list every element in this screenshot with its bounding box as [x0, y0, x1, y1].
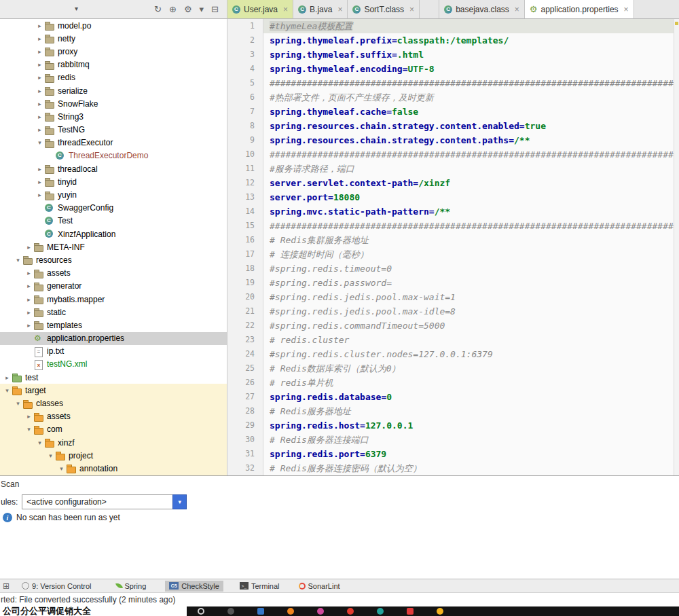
tree-item[interactable]: ▸META-INF	[0, 240, 227, 253]
expand-arrow-icon[interactable]: ▸	[3, 374, 12, 381]
code-line[interactable]: 11#服务请求路径，端口	[227, 162, 679, 176]
expand-arrow-icon[interactable]: ▸	[35, 88, 44, 94]
tree-item[interactable]: ▸String3	[0, 110, 227, 123]
editor[interactable]: 1#thymeLea模板配置2spring.thymeleaf.prefix=c…	[227, 19, 679, 475]
tree-item[interactable]: ▸mybatis.mapper	[0, 293, 227, 306]
tree-item[interactable]: ▸SnowFlake	[0, 97, 227, 110]
statusbar-spring-button[interactable]: Spring	[112, 581, 151, 592]
code-line[interactable]: 7spring.thymeleaf.cache=false	[227, 105, 679, 119]
tree-item[interactable]: ▸threadlocal	[0, 162, 227, 175]
tree-item[interactable]: ▾threadExecutor	[0, 137, 227, 149]
tree-item[interactable]: ▸rabbitmq	[0, 58, 227, 71]
tree-item[interactable]: ip.txt	[0, 345, 227, 358]
tree-item[interactable]: ▸templates	[0, 319, 227, 331]
tree-item[interactable]: ▾annotation	[0, 462, 227, 475]
tree-item[interactable]: ▸assets	[0, 410, 227, 423]
tree-item[interactable]: ▸assets	[0, 267, 227, 280]
tree-item[interactable]: Test	[0, 215, 227, 228]
expand-arrow-icon[interactable]: ▾	[46, 452, 55, 459]
tree-item[interactable]: ▸netty	[0, 32, 227, 45]
statusbar-checkstyle-button[interactable]: CSCheckStyle	[165, 581, 223, 592]
taskbar-app-icon-2[interactable]	[257, 608, 264, 615]
taskbar-app-icon-1[interactable]	[227, 608, 234, 615]
code-line[interactable]: 18#spring.redis.timeout=0	[227, 261, 679, 276]
expand-arrow-icon[interactable]: ▸	[24, 322, 33, 329]
code-line[interactable]: 12server.servlet.context-path=/xinzf	[227, 176, 679, 190]
code-line[interactable]: 17# 连接超时时间（毫秒）	[227, 247, 679, 261]
code-line[interactable]: 20#spring.redis.jedis.pool.max-wait=1	[227, 290, 679, 304]
expand-arrow-icon[interactable]: ▸	[35, 35, 44, 42]
scrollbar-stripe[interactable]	[674, 19, 679, 475]
tree-item[interactable]: ThreadExecutorDemo	[0, 149, 227, 162]
tree-item[interactable]: ▾target	[0, 384, 227, 397]
code-line[interactable]: 19#spring.redis.password=	[227, 276, 679, 290]
tree-item[interactable]: ▾classes	[0, 397, 227, 410]
close-icon[interactable]: ×	[515, 5, 519, 14]
code-line[interactable]: 27spring.redis.database=0	[227, 390, 679, 404]
code-line[interactable]: 24#spring.redis.cluster.nodes=127.0.0.1:…	[227, 347, 679, 361]
expand-arrow-icon[interactable]: ▸	[24, 244, 33, 251]
editor-tab[interactable]: Cbasejava.class×	[439, 0, 525, 18]
code-line[interactable]: 32# Redis服务器连接密码（默认为空）	[227, 461, 679, 475]
statusbar-sonarlint-button[interactable]: SonarLint	[295, 581, 344, 592]
editor-tab[interactable]: CUser.java×	[227, 0, 293, 18]
taskbar-app-icon-6[interactable]	[377, 608, 384, 615]
tree-item[interactable]: ▾resources	[0, 253, 227, 266]
tree-item[interactable]: ▸redis	[0, 71, 227, 84]
close-icon[interactable]: ×	[624, 5, 629, 14]
taskbar-search-icon[interactable]	[198, 608, 204, 615]
editor-tab[interactable]: CSortT.class×	[348, 0, 420, 18]
code-line[interactable]: 28# Redis服务器地址	[227, 404, 679, 418]
tree-item[interactable]: ▸yuyin	[0, 188, 227, 201]
taskbar-app-icon-8[interactable]	[437, 608, 443, 615]
code-line[interactable]: 5#######################################…	[227, 76, 679, 90]
taskbar-app-icon-7[interactable]	[407, 608, 414, 615]
expand-arrow-icon[interactable]: ▾	[14, 257, 22, 264]
expand-arrow-icon[interactable]: ▸	[24, 309, 33, 316]
expand-arrow-icon[interactable]: ▾	[57, 465, 66, 472]
expand-arrow-icon[interactable]: ▸	[35, 126, 44, 133]
settings-icon[interactable]: ⚙	[184, 4, 192, 14]
expand-arrow-icon[interactable]: ▾	[14, 400, 22, 407]
combo-dropdown-button[interactable]: ▾	[172, 494, 187, 509]
code-line[interactable]: 3spring.thymeleaf.suffix=.html	[227, 48, 679, 62]
expand-arrow-icon[interactable]: ▾	[3, 387, 12, 394]
code-line[interactable]: 4spring.thymeleaf.encoding=UTF-8	[227, 62, 679, 76]
code-line[interactable]: 30# Redis服务器连接端口	[227, 433, 679, 447]
expand-arrow-icon[interactable]: ▸	[35, 113, 44, 120]
expand-arrow-icon[interactable]: ▸	[35, 166, 44, 173]
expand-arrow-icon[interactable]: ▸	[35, 48, 44, 55]
settings-caret-icon[interactable]: ▾	[200, 4, 204, 14]
statusbar-terminal-button[interactable]: >_Terminal	[236, 581, 284, 592]
expand-arrow-icon[interactable]: ▸	[24, 270, 33, 276]
tree-item[interactable]: ▸test	[0, 371, 227, 384]
tree-item[interactable]: ▾project	[0, 449, 227, 462]
close-icon[interactable]: ×	[337, 5, 342, 14]
expand-arrow-icon[interactable]: ▸	[24, 413, 33, 420]
code-line[interactable]: 26# redis单片机	[227, 376, 679, 390]
expand-arrow-icon[interactable]: ▸	[35, 101, 44, 107]
expand-arrow-icon[interactable]: ▾	[24, 426, 33, 433]
code-line[interactable]: 2spring.thymeleaf.prefix=classpath:/temp…	[227, 33, 679, 48]
expand-arrow-icon[interactable]: ▸	[35, 61, 44, 68]
tree-item[interactable]: ▸tinyid	[0, 175, 227, 188]
tree-item[interactable]: ▸TestNG	[0, 124, 227, 137]
hide-panel-icon[interactable]: ⊟	[211, 4, 219, 14]
statusbar-vcs-button[interactable]: 9: Version Control	[18, 581, 95, 592]
editor-tab[interactable]: ⚙application.properties×	[525, 0, 634, 18]
tree-item[interactable]: testNG.xml	[0, 358, 227, 371]
project-view-caret-icon[interactable]: ▾	[75, 5, 78, 12]
tree-item[interactable]: ▾xinzf	[0, 436, 227, 449]
expand-arrow-icon[interactable]: ▸	[35, 179, 44, 185]
code-line[interactable]: 15######################################…	[227, 219, 679, 233]
code-line[interactable]: 6#热部署文件，页面不产生缓存，及时更新	[227, 90, 679, 105]
tree-item[interactable]: ▸serialize	[0, 84, 227, 97]
locate-icon[interactable]: ⊕	[169, 4, 177, 14]
code-line[interactable]: 1#thymeLea模板配置	[227, 19, 679, 33]
code-line[interactable]: 25# Redis数据库索引（默认为0）	[227, 361, 679, 376]
code-line[interactable]: 22#spring.redis.commandTimeout=5000	[227, 319, 679, 333]
code-line[interactable]: 10######################################…	[227, 147, 679, 162]
close-icon[interactable]: ×	[409, 5, 414, 14]
tree-item[interactable]: ▸model.po	[0, 19, 227, 32]
expand-arrow-icon[interactable]: ▾	[35, 139, 44, 146]
